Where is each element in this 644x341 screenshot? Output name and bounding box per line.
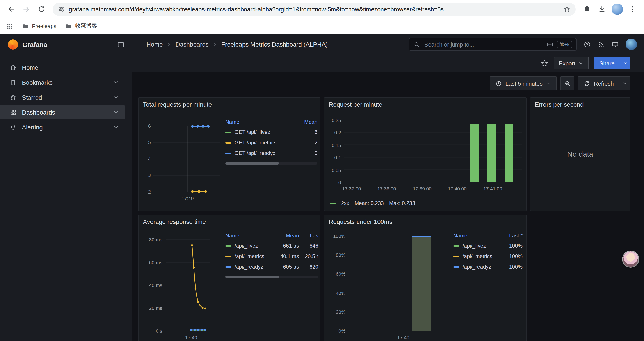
no-data-message: No data [530,150,630,159]
panel-title[interactable]: Requests under 100ms [324,215,526,228]
series-color-dash [225,153,232,154]
refresh-split-button: Refresh [578,76,630,90]
site-settings-icon[interactable] [58,6,65,13]
y-tick: 20 ms [141,305,162,311]
sidebar-item-alerting[interactable]: Alerting [0,120,126,134]
chevron-right-icon [166,42,172,47]
legend-scrollbar[interactable] [225,276,318,278]
breadcrumb-dashboards[interactable]: Dashboards [176,41,209,48]
legend-series-label[interactable]: 2xx [341,200,349,206]
legend-scrollbar[interactable] [225,162,318,165]
share-dropdown-button[interactable] [620,57,630,69]
assistant-avatar[interactable] [623,251,638,267]
sidebar-item-home[interactable]: Home [0,61,126,75]
bar-chart [344,120,522,182]
chevron-down-icon[interactable] [113,109,119,115]
legend-header[interactable]: Name [225,231,270,240]
folder-icon [65,23,72,30]
y-tick: 6 [141,123,151,129]
apps-grid-icon[interactable] [6,23,13,30]
refresh-button[interactable]: Refresh [578,76,620,90]
legend-header[interactable]: Mean [299,117,318,127]
panel-total-requests: Total requests per minute 6 5 4 3 2 [138,97,320,211]
display-icon[interactable] [612,41,619,48]
x-tick: 17:40:00 [445,186,470,192]
url-input[interactable] [69,6,560,13]
bookmark-label: Freeleaps [32,23,56,29]
y-tick: 0.2 [326,129,341,136]
legend-header[interactable]: Las [302,231,318,240]
refresh-label: Refresh [594,80,614,87]
news-rss-icon[interactable] [598,41,605,48]
screen: Freeleaps 收藏博客 Grafana Home Bookmarks [0,0,644,341]
breadcrumb-home[interactable]: Home [146,41,163,48]
y-tick: 0.15 [326,142,341,148]
sidebar-item-bookmarks[interactable]: Bookmarks [0,76,126,90]
share-button[interactable]: Share [594,57,620,69]
url-bar[interactable] [52,3,576,16]
zoom-out-button[interactable] [560,76,574,90]
user-avatar[interactable] [626,39,637,50]
panel-requests-under-100ms: Requests under 100ms 100% 80% 60% 40% 20… [324,215,526,341]
legend-row[interactable]: GET /api/_metrics [225,137,296,148]
bookmark-folder-blog[interactable]: 收藏博客 [65,22,97,30]
extensions-icon[interactable] [580,2,594,16]
legend-row[interactable]: /api/_metrics [225,251,270,261]
panel-title[interactable]: Average response time [138,215,320,228]
legend-header[interactable]: Name [225,117,296,127]
refresh-interval-dropdown[interactable] [620,76,630,90]
chevron-down-icon [622,81,627,86]
legend-row[interactable]: GET /api/_livez [225,127,296,137]
sidebar-item-starred[interactable]: Starred [0,90,126,104]
bookmark-folder-freeleaps[interactable]: Freeleaps [22,23,56,30]
help-icon[interactable] [584,41,591,48]
legend-header[interactable]: Mean [274,231,299,240]
chevron-down-icon[interactable] [113,80,119,86]
chevron-down-icon[interactable] [113,94,119,101]
reload-button[interactable] [34,2,48,16]
search-box[interactable]: ⌘+k [408,38,577,51]
forward-button[interactable] [19,2,33,16]
refresh-icon [584,80,590,87]
legend-header[interactable]: Last * [502,231,522,240]
panel-title[interactable]: Total requests per minute [138,98,320,111]
browser-menu-icon[interactable] [626,2,640,16]
legend-row[interactable]: /api/_readyz [453,261,498,272]
legend-row[interactable]: /api/_metrics [453,251,498,261]
panel-errors-per-second: Errors per second No data [530,97,630,211]
legend-value: 100% [502,240,522,251]
series-color-dash [225,142,232,143]
back-button[interactable] [4,2,18,16]
downloads-icon[interactable] [595,2,609,16]
export-button[interactable]: Export [554,57,589,69]
panel-title[interactable]: Request per minute [324,98,526,111]
legend-row[interactable]: /api/_livez [225,240,270,251]
bookmark-icon [10,79,17,86]
legend-value: 40.1 ms [274,251,299,261]
x-tick: 17:40 [393,334,414,340]
time-range-picker[interactable]: Last 5 minutes [490,76,557,90]
dashboards-grid-icon [10,109,17,116]
export-label: Export [559,60,575,67]
legend-row[interactable]: /api/_livez [453,240,498,251]
favorite-star-icon[interactable] [540,59,548,67]
legend-row[interactable]: /api/_readyz [225,261,270,272]
search-icon [414,41,420,48]
bookmark-star-icon[interactable] [563,6,570,13]
panel-title[interactable]: Errors per second [530,98,630,111]
legend-header[interactable]: Name [453,231,498,240]
chevron-down-icon[interactable] [113,124,119,130]
browser-profile-avatar[interactable] [612,4,623,15]
legend-value: 2 [299,137,318,148]
search-input[interactable] [424,41,543,48]
bar-chart [350,236,452,331]
series-color-dash [453,256,460,257]
grafana-logo[interactable] [8,39,18,49]
line-chart [154,126,220,192]
legend-row[interactable]: GET /api/_readyz [225,148,296,158]
collapse-sidebar-icon[interactable] [117,41,124,48]
star-icon [10,94,17,101]
breadcrumb: Home Dashboards Freeleaps Metrics Dashbo… [146,41,328,48]
sidebar-item-dashboards[interactable]: Dashboards [0,105,126,119]
legend-row[interactable]: 2xx Mean: 0.233 Max: 0.233 [330,200,415,206]
